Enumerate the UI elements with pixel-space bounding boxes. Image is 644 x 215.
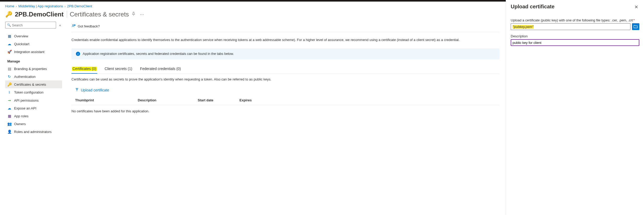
info-text: Application registration certificates, s…	[83, 52, 234, 56]
tab-certificates[interactable]: Certificates (0)	[71, 65, 97, 73]
tab-client-secrets[interactable]: Client secrets (1)	[104, 65, 133, 73]
authentication-icon: ↻	[7, 74, 11, 79]
quickstart-icon: ☁	[7, 42, 11, 46]
overview-icon: ▦	[7, 34, 11, 38]
sidebar-item-token-configuration[interactable]: ⦀ Token configuration	[5, 88, 62, 96]
breadcrumb-link-current[interactable]: 2PB.DemoClient	[67, 4, 92, 8]
tab-federated-credentials[interactable]: Federated credentials (0)	[140, 65, 181, 73]
browse-file-button[interactable]	[632, 23, 639, 30]
breadcrumb: Home › MiddleWay | App registrations › 2…	[0, 2, 506, 9]
certificate-file-field[interactable]: "pubkey.pem"	[511, 23, 630, 30]
roles-admin-icon: 👤	[7, 130, 11, 134]
sidebar-item-owners[interactable]: 👥 Owners	[5, 120, 62, 128]
sidebar-item-label: Branding & properties	[14, 67, 47, 71]
key-icon: 🔑	[7, 82, 11, 86]
sidebar-item-label: Quickstart	[14, 42, 29, 46]
sidebar-item-label: Owners	[14, 122, 26, 126]
certificate-file-value: "pubkey.pem"	[513, 25, 534, 29]
pin-button[interactable]	[131, 12, 136, 17]
sidebar-item-app-roles[interactable]: ▦ App roles	[5, 112, 62, 120]
description-field-label: Description	[511, 34, 639, 38]
api-permissions-icon: ⊸	[7, 98, 11, 102]
file-field-label: Upload a certificate (public key) with o…	[511, 18, 639, 22]
upload-certificate-panel: Upload certificate ✕ Upload a certificat…	[506, 0, 644, 215]
column-thumbprint: Thumbprint	[75, 98, 138, 102]
breadcrumb-link-home[interactable]: Home	[5, 4, 14, 8]
sidebar-item-expose-api[interactable]: ☁ Expose an API	[5, 104, 62, 112]
expose-api-icon: ☁	[7, 106, 11, 110]
description-input[interactable]	[511, 39, 639, 46]
rocket-icon: 🚀	[7, 50, 11, 54]
tabs: Certificates (0) Client secrets (1) Fede…	[71, 65, 499, 74]
upload-certificate-label: Upload certificate	[81, 88, 109, 92]
sidebar-item-label: Authentication	[14, 75, 35, 79]
column-start-date: Start date	[198, 98, 239, 102]
sidebar-group-manage: Manage	[5, 56, 62, 65]
sidebar-search[interactable]: 🔍	[5, 22, 56, 28]
feedback-label: Got feedback?	[78, 24, 100, 28]
info-bar: i Application registration certificates,…	[71, 48, 499, 59]
folder-icon	[634, 25, 638, 29]
sidebar-item-label: App roles	[14, 114, 28, 118]
svg-point-0	[73, 25, 74, 26]
sidebar-item-label: API permissions	[14, 98, 39, 102]
sidebar-item-integration-assistant[interactable]: 🚀 Integration assistant	[5, 48, 62, 56]
credentials-description: Credentials enable confidential applicat…	[71, 37, 499, 43]
owners-icon: 👥	[7, 122, 11, 126]
key-icon: 🔑	[5, 11, 12, 18]
feedback-link[interactable]: Got feedback?	[71, 22, 499, 32]
search-icon: 🔍	[7, 23, 11, 27]
app-roles-icon: ▦	[7, 114, 11, 118]
sidebar-item-overview[interactable]: ▦ Overview	[5, 32, 62, 40]
sidebar-item-label: Token configuration	[14, 90, 44, 94]
branding-icon: ▤	[7, 67, 11, 71]
sidebar-item-label: Roles and administrators	[14, 130, 52, 134]
sidebar-item-quickstart[interactable]: ☁ Quickstart	[5, 40, 62, 48]
sidebar-item-roles-administrators[interactable]: 👤 Roles and administrators	[5, 128, 62, 136]
sidebar-item-branding[interactable]: ▤ Branding & properties	[5, 65, 62, 73]
close-button[interactable]: ✕	[633, 4, 639, 10]
more-button[interactable]: ⋯	[138, 12, 146, 17]
page-title: 2PB.DemoClient Certificates & secrets	[15, 11, 129, 18]
sidebar-item-certificates-secrets[interactable]: 🔑 Certificates & secrets	[5, 80, 62, 88]
sidebar-item-authentication[interactable]: ↻ Authentication	[5, 73, 62, 80]
upload-certificate-button[interactable]: Upload certificate	[71, 86, 499, 96]
token-icon: ⦀	[7, 90, 11, 95]
empty-certificates-message: No certificates have been added for this…	[71, 105, 499, 113]
sidebar-item-label: Integration assistant	[14, 50, 44, 54]
sidebar: 🔍 « ▦ Overview ☁ Quickstart 🚀 Integratio…	[0, 22, 65, 215]
collapse-sidebar-button[interactable]: «	[58, 22, 62, 28]
column-expires: Expires	[239, 98, 271, 102]
certificates-tab-description: Certificates can be used as secrets to p…	[71, 77, 499, 81]
search-input[interactable]	[11, 23, 54, 27]
chevron-right-icon: ›	[65, 5, 66, 8]
sidebar-item-label: Expose an API	[14, 106, 36, 110]
breadcrumb-link-app-registrations[interactable]: MiddleWay | App registrations	[18, 4, 63, 8]
certificates-table-header: Thumbprint Description Start date Expire…	[71, 96, 499, 105]
panel-title: Upload certificate	[511, 4, 555, 10]
page-header: 🔑 2PB.DemoClient Certificates & secrets …	[0, 9, 506, 22]
upload-icon	[75, 88, 79, 92]
chevron-right-icon: ›	[16, 5, 17, 8]
info-icon: i	[76, 52, 80, 56]
main-content: Got feedback? Credentials enable confide…	[65, 22, 506, 215]
sidebar-item-label: Certificates & secrets	[14, 83, 46, 86]
column-description: Description	[138, 98, 198, 102]
sidebar-item-api-permissions[interactable]: ⊸ API permissions	[5, 96, 62, 104]
feedback-icon	[71, 24, 76, 29]
sidebar-item-label: Overview	[14, 34, 28, 38]
